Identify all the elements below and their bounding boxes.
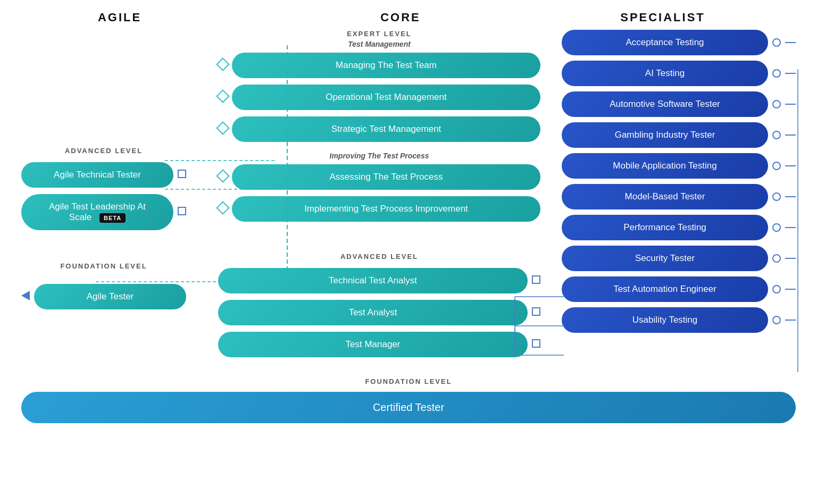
strategic-left-icon bbox=[218, 123, 228, 135]
test-automation-pill[interactable]: Test Automation Engineer bbox=[562, 276, 768, 302]
agile-tester-pill[interactable]: Agile Tester bbox=[34, 284, 186, 309]
usability-row: Usability Testing bbox=[562, 307, 796, 333]
foundation-level-label: FOUNDATION LEVEL bbox=[21, 377, 796, 385]
specialist-column: Acceptance Testing AI Testing Auto bbox=[540, 30, 796, 338]
agile-header: AGILE bbox=[98, 11, 141, 24]
square-connector-5 bbox=[532, 339, 540, 348]
gambling-row: Gambling Industry Tester bbox=[562, 122, 796, 148]
test-manager-right-icon bbox=[532, 339, 540, 350]
agile-advanced-group: Agile Technical Tester Agile Test Leader… bbox=[21, 162, 186, 230]
agile-technical-tester-right-icon bbox=[178, 170, 186, 180]
test-automation-line bbox=[785, 289, 796, 290]
certified-tester-pill[interactable]: Certified Tester bbox=[21, 392, 796, 423]
model-based-pill[interactable]: Model-Based Tester bbox=[562, 184, 768, 209]
diamond-connector-5 bbox=[216, 201, 229, 214]
automotive-line bbox=[785, 104, 796, 105]
agile-column: ADVANCED LEVEL Agile Technical Tester bbox=[21, 30, 186, 309]
technical-test-analyst-pill[interactable]: Technical Test Analyst bbox=[218, 268, 528, 293]
core-expert-group: Managing The Test Team Operational Test … bbox=[218, 53, 540, 142]
automotive-row: Automotive Software Tester bbox=[562, 91, 796, 117]
mobile-pill[interactable]: Mobile Application Testing bbox=[562, 153, 768, 179]
square-connector-3 bbox=[532, 275, 540, 284]
test-automation-circle bbox=[772, 285, 781, 293]
assessing-row: Assessing The Test Process bbox=[218, 164, 540, 190]
triangle-connector bbox=[21, 291, 30, 300]
acceptance-testing-pill[interactable]: Acceptance Testing bbox=[562, 30, 768, 55]
ai-circle bbox=[772, 69, 781, 78]
performance-circle bbox=[772, 223, 781, 232]
model-based-circle bbox=[772, 192, 781, 201]
managing-left-icon bbox=[218, 60, 228, 71]
agile-foundation-level-label: FOUNDATION LEVEL bbox=[60, 262, 147, 270]
acceptance-testing-row: Acceptance Testing bbox=[562, 30, 796, 55]
operational-left-icon bbox=[218, 91, 228, 103]
ai-testing-row: AI Testing bbox=[562, 61, 796, 86]
core-improving-group: Assessing The Test Process Implementing … bbox=[218, 164, 540, 222]
columns-header: AGILE CORE SPECIALIST bbox=[16, 11, 801, 24]
model-based-line bbox=[785, 196, 796, 197]
foundation-bottom-section: FOUNDATION LEVEL Certified Tester bbox=[16, 377, 801, 423]
main-container: AGILE CORE SPECIALIST ADVANCED LEVEL Agi… bbox=[0, 0, 817, 504]
strategic-test-mgmt-pill[interactable]: Strategic Test Management bbox=[232, 116, 540, 142]
test-manager-pill[interactable]: Test Manager bbox=[218, 332, 528, 357]
agile-advanced-level-label: ADVANCED LEVEL bbox=[65, 147, 143, 155]
usability-circle bbox=[772, 316, 781, 324]
core-expert-level-label: EXPERT LEVEL bbox=[347, 30, 412, 38]
specialist-header: SPECIALIST bbox=[620, 11, 705, 24]
core-header: CORE bbox=[380, 11, 421, 24]
performance-row: Performance Testing bbox=[562, 215, 796, 240]
automotive-pill[interactable]: Automotive Software Tester bbox=[562, 91, 768, 117]
core-column: EXPERT LEVEL Test Management Managing Th… bbox=[186, 30, 540, 362]
mobile-circle bbox=[772, 162, 781, 170]
whole-layout: ADVANCED LEVEL Agile Technical Tester bbox=[16, 30, 801, 423]
beta-badge: BETA bbox=[99, 213, 126, 223]
test-automation-row: Test Automation Engineer bbox=[562, 276, 796, 302]
agile-technical-tester-pill[interactable]: Agile Technical Tester bbox=[21, 162, 173, 188]
mobile-line bbox=[785, 165, 796, 166]
security-circle bbox=[772, 254, 781, 263]
square-connector-4 bbox=[532, 307, 540, 316]
model-based-row: Model-Based Tester bbox=[562, 184, 796, 209]
strategic-test-mgmt-row: Strategic Test Management bbox=[218, 116, 540, 142]
technical-right-icon bbox=[532, 275, 540, 286]
agile-technical-tester-row: Agile Technical Tester bbox=[21, 162, 186, 188]
gambling-circle bbox=[772, 131, 781, 139]
implementing-row: Implementing Test Process Improvement bbox=[218, 196, 540, 222]
technical-test-analyst-row: Technical Test Analyst bbox=[218, 268, 540, 293]
usability-line bbox=[785, 320, 796, 321]
acceptance-circle bbox=[772, 38, 781, 47]
managing-test-team-pill[interactable]: Managing The Test Team bbox=[232, 53, 540, 78]
diamond-connector-2 bbox=[216, 89, 229, 103]
security-row: Security Tester bbox=[562, 246, 796, 271]
diamond-connector-4 bbox=[216, 169, 229, 182]
core-advanced-group: Technical Test Analyst Test Analyst bbox=[218, 268, 540, 357]
gambling-pill[interactable]: Gambling Industry Tester bbox=[562, 122, 768, 148]
diamond-connector-3 bbox=[216, 121, 229, 135]
usability-pill[interactable]: Usability Testing bbox=[562, 307, 768, 333]
implementing-pill[interactable]: Implementing Test Process Improvement bbox=[232, 196, 540, 222]
performance-line bbox=[785, 227, 796, 228]
square-connector-1 bbox=[178, 170, 186, 178]
security-line bbox=[785, 258, 796, 259]
core-test-management-label: Test Management bbox=[348, 40, 411, 48]
managing-test-team-row: Managing The Test Team bbox=[218, 53, 540, 78]
mobile-row: Mobile Application Testing bbox=[562, 153, 796, 179]
test-analyst-pill[interactable]: Test Analyst bbox=[218, 300, 528, 325]
gambling-line bbox=[785, 135, 796, 136]
operational-test-mgmt-pill[interactable]: Operational Test Management bbox=[232, 85, 540, 110]
agile-tester-row: Agile Tester bbox=[21, 284, 186, 309]
test-manager-row: Test Manager bbox=[218, 332, 540, 357]
agile-leadership-pill[interactable]: Agile Test Leadership At Scale BETA bbox=[21, 194, 173, 230]
assessing-pill[interactable]: Assessing The Test Process bbox=[232, 164, 540, 190]
performance-pill[interactable]: Performance Testing bbox=[562, 215, 768, 240]
square-connector-2 bbox=[178, 207, 186, 215]
operational-test-mgmt-row: Operational Test Management bbox=[218, 85, 540, 110]
implementing-left-icon bbox=[218, 203, 228, 215]
security-pill[interactable]: Security Tester bbox=[562, 246, 768, 271]
layout: ADVANCED LEVEL Agile Technical Tester bbox=[16, 30, 801, 362]
agile-foundation-group: FOUNDATION LEVEL Agile Tester bbox=[21, 262, 186, 309]
core-improving-label: Improving The Test Process bbox=[330, 152, 429, 160]
assessing-left-icon bbox=[218, 171, 228, 183]
core-advanced-level-label: ADVANCED LEVEL bbox=[340, 253, 418, 261]
ai-testing-pill[interactable]: AI Testing bbox=[562, 61, 768, 86]
